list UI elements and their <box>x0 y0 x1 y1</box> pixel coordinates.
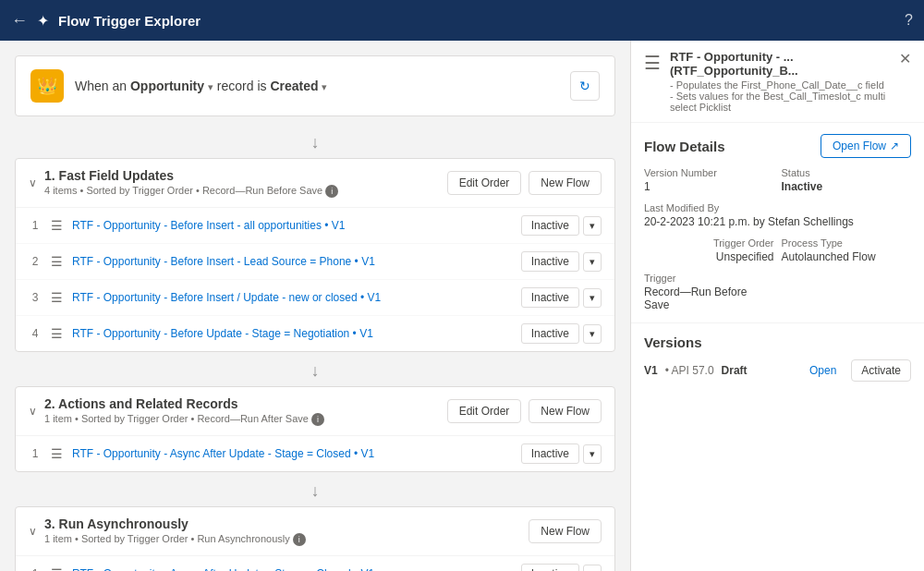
flow-link[interactable]: RTF - Opportunity - Async After Update -… <box>72 447 512 460</box>
section-card-2: ∨ 2. Actions and Related Records 1 item … <box>15 386 615 472</box>
section-title-3: 3. Run Asynchronously <box>44 516 521 531</box>
back-button[interactable]: ← <box>11 11 28 30</box>
status-badge: Inactive <box>521 251 579 272</box>
section-title-group-3: 3. Run Asynchronously 1 item • Sorted by… <box>44 516 521 546</box>
section-header-1: ∨ 1. Fast Field Updates 4 items • Sorted… <box>16 159 614 208</box>
flow-num: 2 <box>29 255 42 268</box>
section-header-2: ∨ 2. Actions and Related Records 1 item … <box>16 387 614 436</box>
section-chevron-1[interactable]: ∨ <box>29 176 37 189</box>
open-flow-button[interactable]: Open Flow ↗ <box>821 134 911 158</box>
status-label: Status <box>782 167 912 178</box>
detail-grid: Version Number 1 Status Inactive Last Mo… <box>644 167 911 311</box>
section-subtitle-3: 1 item • Sorted by Trigger Order • Run A… <box>44 533 521 546</box>
trigger-order-label: Trigger Order <box>713 237 774 249</box>
status-wrapper: Inactive ▾ <box>521 287 602 308</box>
trigger-order-field: Trigger Order Unspecified <box>644 237 774 263</box>
status-badge: Inactive <box>521 215 579 236</box>
process-type-value: Autolaunched Flow <box>782 250 912 263</box>
info-icon-2[interactable]: i <box>311 413 324 426</box>
help-button[interactable]: ? <box>905 12 913 29</box>
flow-row: 4 ☰ RTF - Opportunity - Before Update - … <box>16 316 614 351</box>
arrow-connector-1: ↓ <box>15 128 615 158</box>
right-panel-header: ☰ RTF - Opportunity - ... (RTF_Opportuni… <box>631 41 924 123</box>
flow-link[interactable]: RTF - Opportunity - Before Insert - Lead… <box>72 255 512 268</box>
status-dropdown-btn[interactable]: ▾ <box>583 288 602 308</box>
right-panel-title: RTF - Opportunity - ... (RTF_Opportunity… <box>670 50 890 78</box>
page-title: Flow Trigger Explorer <box>58 13 895 29</box>
version-open-button[interactable]: Open <box>802 360 844 381</box>
version-api: • API 57.0 <box>665 364 714 377</box>
edit-order-button-1[interactable]: Edit Order <box>447 171 522 195</box>
flow-row: 1 ☰ RTF - Opportunity - Async After Upda… <box>16 556 614 571</box>
open-flow-icon: ↗ <box>890 140 899 152</box>
flow-num: 1 <box>29 219 42 232</box>
version-activate-button[interactable]: Activate <box>851 359 911 382</box>
flow-num: 4 <box>29 327 42 340</box>
info-icon-3[interactable]: i <box>293 533 306 546</box>
flow-icon: ☰ <box>51 218 63 233</box>
section-title-2: 2. Actions and Related Records <box>44 396 440 411</box>
trigger-middle: record is <box>217 79 267 93</box>
flow-link[interactable]: RTF - Opportunity - Before Update - Stag… <box>72 327 512 340</box>
status-dropdown-btn[interactable]: ▾ <box>583 324 602 344</box>
last-modified-value: 20-2-2023 10:21 p.m. by Stefan Schelling… <box>644 215 911 228</box>
refresh-button[interactable]: ↻ <box>570 71 600 101</box>
version-status: Draft <box>722 364 748 377</box>
version-label: V1 <box>644 364 658 377</box>
right-panel-header-text: RTF - Opportunity - ... (RTF_Opportunity… <box>670 50 890 113</box>
trigger-event: Created <box>270 79 318 93</box>
section-title-group-1: 1. Fast Field Updates 4 items • Sorted b… <box>44 168 440 198</box>
section-card-1: ∨ 1. Fast Field Updates 4 items • Sorted… <box>15 158 615 352</box>
version-row: V1 • API 57.0 Draft Open Activate <box>644 359 911 382</box>
object-dropdown[interactable]: ▾ <box>208 81 213 93</box>
status-badge: Inactive <box>521 287 579 308</box>
last-modified-label: Last Modified By <box>644 202 911 213</box>
status-wrapper: Inactive ▾ <box>521 323 602 344</box>
section-title-1: 1. Fast Field Updates <box>44 168 440 183</box>
flow-icon: ☰ <box>51 290 63 305</box>
flow-icon: ☰ <box>51 446 63 461</box>
main-container: 👑 When an Opportunity ▾ record is Create… <box>0 41 924 571</box>
arrow-connector-3: ↓ <box>15 476 615 506</box>
flow-link[interactable]: RTF - Opportunity - Before Insert / Upda… <box>72 291 512 304</box>
status-dropdown-btn[interactable]: ▾ <box>583 252 602 272</box>
flow-link[interactable]: RTF - Opportunity - Before Insert - all … <box>72 219 512 232</box>
top-nav: ← ✦ Flow Trigger Explorer ? <box>0 0 924 41</box>
new-flow-button-2[interactable]: New Flow <box>529 399 602 423</box>
version-number-value: 1 <box>644 180 774 193</box>
section-card-3: ∨ 3. Run Asynchronously 1 item • Sorted … <box>15 506 615 571</box>
flow-details-section: Flow Details Open Flow ↗ Version Number … <box>631 123 924 323</box>
section-title-group-2: 2. Actions and Related Records 1 item • … <box>44 396 440 426</box>
status-wrapper: Inactive ▾ <box>521 443 602 464</box>
status-wrapper: Inactive ▾ <box>521 215 602 236</box>
section-chevron-3[interactable]: ∨ <box>29 525 37 538</box>
right-panel: ☰ RTF - Opportunity - ... (RTF_Opportuni… <box>630 41 924 571</box>
new-flow-button-3[interactable]: New Flow <box>529 519 602 543</box>
flow-icon: ☰ <box>51 326 63 341</box>
status-badge: Inactive <box>521 443 579 464</box>
section-actions-2: Edit Order New Flow <box>447 399 602 423</box>
status-dropdown-btn[interactable]: ▾ <box>583 444 602 464</box>
event-chevron-icon: ▾ <box>322 81 327 93</box>
status-dropdown-btn[interactable]: ▾ <box>583 565 602 572</box>
flow-row: 1 ☰ RTF - Opportunity - Before Insert - … <box>16 208 614 244</box>
section-chevron-2[interactable]: ∨ <box>29 405 37 418</box>
status-field: Status Inactive <box>782 167 912 193</box>
flow-link[interactable]: RTF - Opportunity - Async After Update -… <box>72 567 512 571</box>
trigger-order-value: Unspecified <box>716 250 774 263</box>
new-flow-button-1[interactable]: New Flow <box>529 171 602 195</box>
event-dropdown[interactable]: ▾ <box>322 81 327 93</box>
app-icon: ✦ <box>37 12 49 30</box>
process-type-field: Process Type Autolaunched Flow <box>782 237 912 263</box>
flow-num: 1 <box>29 447 42 460</box>
status-dropdown-btn[interactable]: ▾ <box>583 216 602 236</box>
trigger-text: When an Opportunity ▾ record is Created … <box>75 79 327 93</box>
process-type-label: Process Type <box>782 237 912 249</box>
info-icon-1[interactable]: i <box>325 185 338 198</box>
version-number-label: Version Number <box>644 167 774 178</box>
flow-icon: ☰ <box>51 254 63 269</box>
close-button[interactable]: ✕ <box>899 50 911 67</box>
trigger-prefix: When an <box>75 79 127 93</box>
versions-section: Versions V1 • API 57.0 Draft Open Activa… <box>631 323 924 393</box>
edit-order-button-2[interactable]: Edit Order <box>447 399 522 423</box>
